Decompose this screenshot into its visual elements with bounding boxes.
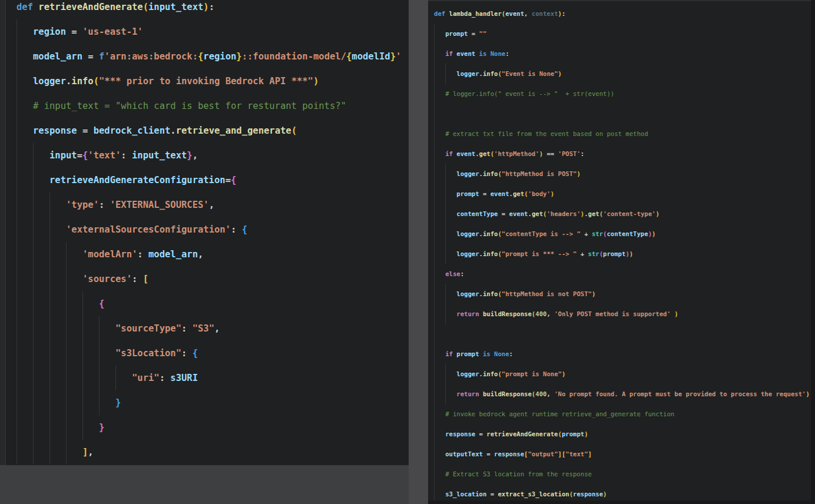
code-line[interactable]: if event is None:: [434, 44, 815, 64]
code-line[interactable]: [434, 324, 815, 344]
indent-guide: [434, 164, 435, 184]
code-token: ): [584, 430, 588, 437]
code-line[interactable]: logger.info("contentType is --> " + str(…: [434, 224, 815, 244]
indent-guide: [33, 341, 34, 366]
code-token: ): [592, 290, 595, 297]
code-token: str: [588, 250, 599, 257]
code-token: ,: [524, 10, 532, 17]
code-token: ): [558, 70, 562, 77]
indent-guide: [16, 242, 17, 267]
scrollbar-track[interactable]: [811, 0, 815, 504]
code-token: ,: [546, 390, 554, 397]
code-line[interactable]: def retrieveAndGenerate(input_text):: [16, 0, 409, 19]
code-line[interactable]: {: [16, 291, 409, 316]
code-line[interactable]: # extract txt file from the event based …: [434, 124, 815, 144]
code-line[interactable]: "sourceType": "S3",: [16, 316, 409, 341]
code-token: logger: [456, 70, 479, 77]
indent-guide: [82, 341, 83, 366]
code-line[interactable]: logger.info("*** prior to invoking Bedro…: [16, 69, 409, 94]
indent-guide: [33, 366, 34, 390]
code-token: 'us-east-1': [82, 26, 143, 37]
indent-guide: [16, 415, 17, 440]
code-line[interactable]: else:: [434, 264, 815, 284]
code-token: ): [630, 250, 633, 257]
code-line[interactable]: [434, 104, 815, 124]
code-line[interactable]: 'type': 'EXTERNAL_SOURCES',: [16, 193, 409, 217]
code-token: 'content-type': [603, 210, 655, 217]
code-token: "Event is None": [502, 70, 558, 77]
code-line[interactable]: # invoke bedrock agent runtime retrieve_…: [434, 404, 815, 424]
indent-guide: [49, 390, 50, 415]
code-token: # logger.info(" event is --> " + str(eve…: [445, 90, 614, 97]
code-line[interactable]: 'modelArn': model_arn,: [16, 242, 409, 267]
code-line[interactable]: if event.get('httpMethod') == 'POST':: [434, 144, 815, 164]
code-token: # Extract S3 location from the response: [445, 470, 592, 478]
code-token: ): [655, 210, 659, 217]
code-line[interactable]: outputText = response["output"]["text"]: [434, 444, 815, 464]
indent-guide: [66, 341, 67, 366]
indent-guide: [434, 264, 435, 284]
indent-guide: [82, 390, 83, 415]
indent-guide: [49, 291, 50, 316]
pane-divider-sash[interactable]: [409, 0, 428, 504]
code-line[interactable]: if prompt is None:: [434, 344, 815, 364]
code-line[interactable]: prompt = "": [434, 24, 815, 44]
code-line[interactable]: return buildResponse(400, 'Only POST met…: [434, 304, 815, 324]
code-token: # input_text = "which card is best for r…: [33, 101, 346, 111]
code-token: prompt: [456, 350, 479, 357]
indent-guide: [434, 364, 435, 384]
code-token: :: [231, 224, 242, 235]
code-line[interactable]: # Extract S3 location from the response: [434, 464, 815, 484]
code-line[interactable]: logger.info("httpMethod is not POST"): [434, 284, 815, 304]
indent-guide: [445, 304, 446, 324]
code-line[interactable]: model_arn = f'arn:aws:bedrock:{region}::…: [16, 44, 409, 69]
code-token: else: [445, 270, 460, 277]
code-line[interactable]: # input_text = "which card is best for r…: [16, 94, 409, 118]
code-line[interactable]: # logger.info(" event is --> " + str(eve…: [434, 84, 815, 104]
code-token: if: [445, 50, 456, 57]
code-line[interactable]: logger.info("Event is None"): [434, 64, 815, 84]
code-token: =: [468, 30, 479, 37]
code-token: prompt: [562, 430, 584, 437]
indent-guide: [16, 193, 17, 217]
code-line[interactable]: "s3Location": {: [16, 341, 409, 366]
code-token: 'arn:aws:bedrock:: [104, 51, 198, 62]
code-token: info: [483, 370, 498, 377]
code-token: "prompt is *** --> ": [502, 250, 577, 257]
code-line[interactable]: return buildResponse(400, 'No prompt fou…: [434, 384, 815, 404]
code-token: 'httpMethod': [494, 150, 539, 157]
code-line[interactable]: }: [16, 390, 409, 415]
code-line[interactable]: response = retrieveAndGenerate(prompt): [434, 424, 815, 444]
code-line[interactable]: logger.info("prompt is None"): [434, 364, 815, 384]
indent-guide: [82, 316, 83, 341]
editor-pane-right[interactable]: def lambda_handler(event, context): prom…: [428, 0, 815, 504]
code-line[interactable]: logger.info("prompt is *** --> " + str(p…: [434, 244, 815, 264]
code-line[interactable]: response = bedrock_client.retrieve_and_g…: [16, 118, 409, 143]
code-line[interactable]: 'sources': [: [16, 267, 409, 291]
code-token: # extract txt file from the event based …: [445, 130, 648, 137]
code-line[interactable]: input={'text': input_text},: [16, 143, 409, 168]
code-line[interactable]: prompt = event.get('body'): [434, 184, 815, 204]
code-line[interactable]: retrieveAndGenerateConfiguration={: [16, 168, 409, 193]
code-token: }: [99, 422, 104, 433]
code-token: (: [143, 2, 148, 12]
code-line[interactable]: 'externalSourcesConfiguration': {: [16, 217, 409, 242]
indent-guide: [16, 316, 17, 341]
code-line[interactable]: def lambda_handler(event, context):: [434, 4, 815, 24]
code-line[interactable]: contentType = event.get('headers').get('…: [434, 204, 815, 224]
editor-pane-left[interactable]: def retrieveAndGenerate(input_text): reg…: [0, 0, 409, 465]
code-line[interactable]: }: [16, 415, 409, 440]
code-token: response: [573, 490, 603, 498]
code-token: is: [475, 50, 491, 57]
indent-guide: [16, 44, 17, 69]
code-line[interactable]: ],: [16, 440, 409, 465]
code-area-left[interactable]: def retrieveAndGenerate(input_text): reg…: [0, 0, 409, 465]
code-line[interactable]: region = 'us-east-1': [16, 19, 409, 44]
code-token: region: [203, 51, 236, 62]
code-token: :: [132, 274, 143, 284]
code-area-right[interactable]: def lambda_handler(event, context): prom…: [428, 1, 815, 504]
code-token: {: [346, 51, 352, 62]
code-line[interactable]: logger.info("httpMethod is POST"): [434, 164, 815, 184]
indent-guide: [434, 344, 435, 364]
code-line[interactable]: "uri": s3URI: [16, 366, 409, 390]
